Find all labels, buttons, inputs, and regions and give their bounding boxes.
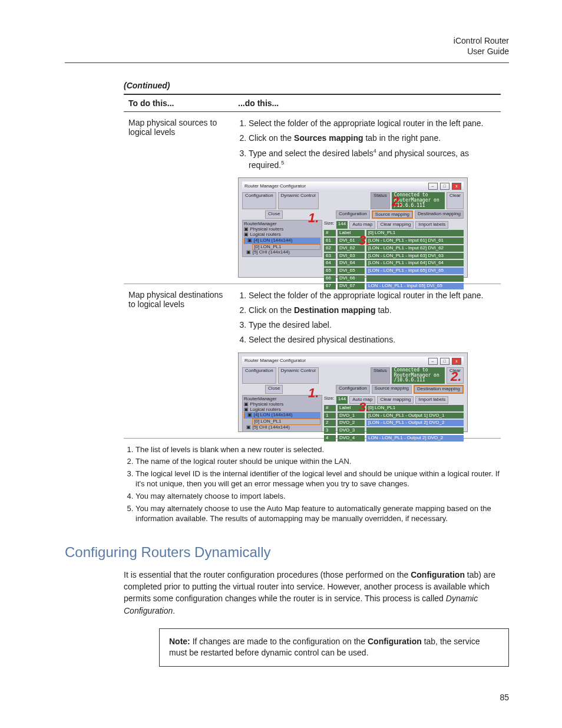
col-task: To do this... [124,94,233,112]
callout-2: 2. [451,370,461,384]
tab-dest-mapping[interactable]: Destination mapping [414,385,464,394]
col-action: ...do this... [233,94,501,112]
clearmap-button[interactable]: Clear mapping [377,396,414,404]
clear-button[interactable]: Clear [447,192,464,209]
window-controls: – □ x [427,183,461,190]
doc-type: User Guide [65,46,509,57]
continued-label: (Continued) [124,81,509,90]
size-value[interactable]: 144 [336,396,348,404]
footnotes: The list of levels is blank when a new r… [124,444,501,524]
close-icon[interactable]: x [452,183,461,190]
screenshot-destinations: Router Manager Configurator – □ x Config… [238,353,468,432]
note-label: Note: [169,637,193,646]
tab-dynamic[interactable]: Dynamic Control [278,192,319,209]
col-out: [0] LON_PL1 [366,405,464,411]
maximize-icon[interactable]: □ [440,358,449,365]
screenshot-sources: Router Manager Configurator – □ x Config… [238,177,468,278]
step: Click on the Sources mapping tab in the … [249,133,496,144]
clearmap-button[interactable]: Clear mapping [377,221,414,229]
callout-1: 1. [308,211,319,225]
import-button[interactable]: Import labels [415,221,448,229]
step: Type the desired label. [249,319,496,331]
callout-2: 2. [392,195,402,209]
size-label: Size: [324,396,335,404]
footnote: You may alternately choose to use the Au… [135,503,501,524]
tab-configuration[interactable]: Configuration [242,192,276,209]
task-table: To do this... ...do this... Map physical… [124,94,501,438]
tab-source-mapping[interactable]: Source mapping [372,385,412,394]
status-value: Connected to RouterManager on /10.6.6.11… [392,367,445,384]
tab-configuration[interactable]: Configuration [242,367,276,384]
step: Click on the Destination mapping tab. [249,305,496,316]
size-value[interactable]: 144 [336,221,348,229]
size-label: Size: [324,221,335,229]
status-label: Status [371,192,390,209]
page-number: 85 [500,693,509,702]
footnote: The name of the logical router should be… [135,456,501,467]
footnote: The list of levels is blank when a new r… [135,444,501,455]
close-button[interactable]: Close [265,385,283,394]
task-name: Map physical destinations to logical lev… [124,284,233,439]
footnote: The logical level ID is the internal ide… [135,469,501,489]
callout-1: 1. [308,386,319,400]
step: Type and select the desired labels4 and … [249,147,496,170]
automap-button[interactable]: Auto map [349,221,375,229]
tab-source-mapping[interactable]: Source mapping [372,210,413,219]
table-row: Map physical sources to logical levels S… [124,112,501,284]
steps-list: Select the folder of the appropriate log… [238,118,496,170]
section-heading: Configuring Routers Dynamically [65,544,509,561]
router-tree[interactable]: RouterManager ▣ Physical routers ▣ Logic… [242,220,322,257]
col-num: # [324,230,336,236]
steps-list: Select the folder of the appropriate log… [238,290,496,345]
win-title: Router Manager Configurator [244,358,306,364]
task-name: Map physical sources to logical levels [124,112,233,284]
win-title: Router Manager Configurator [244,184,306,189]
callout-3: 3. [359,233,369,248]
minimize-icon[interactable]: – [428,183,438,190]
footnote: You may alternately choose to import lab… [135,491,501,502]
minimize-icon[interactable]: – [428,358,438,365]
tab-dynamic[interactable]: Dynamic Control [278,367,319,384]
router-tree[interactable]: RouterManager ▣ Physical routers ▣ Logic… [242,395,322,432]
close-icon[interactable]: x [452,358,461,365]
step: Select the folder of the appropriate log… [249,118,496,129]
window-controls: – □ x [427,358,461,365]
note-box: Note: If changes are made to the configu… [159,628,509,667]
close-button[interactable]: Close [265,210,283,219]
step: Select the desired physical destinations… [249,334,496,345]
step: Select the folder of the appropriate log… [249,290,496,301]
col-out: [0] LON_PL1 [366,230,464,236]
col-num: # [324,405,336,411]
tab-dest-mapping[interactable]: Destination mapping [415,210,464,219]
section-paragraph: It is essential that the router configur… [124,569,501,617]
tab-config[interactable]: Configuration [336,210,370,219]
header-rule [65,62,509,63]
import-button[interactable]: Import labels [415,396,448,404]
callout-3: 3. [359,400,369,414]
product-name: iControl Router [65,35,509,46]
tab-config[interactable]: Configuration [336,385,370,394]
maximize-icon[interactable]: □ [440,183,449,190]
running-header: iControl Router User Guide [65,35,509,57]
status-label: Status [371,367,390,384]
table-row: Map physical destinations to logical lev… [124,284,501,439]
